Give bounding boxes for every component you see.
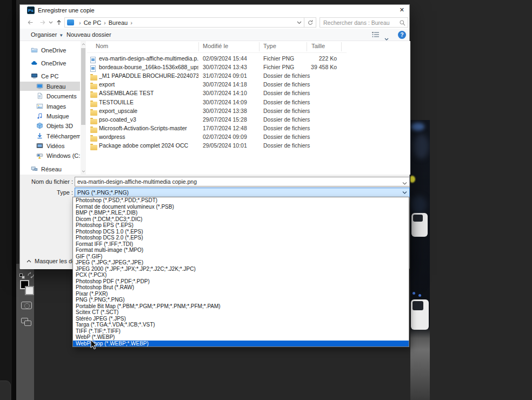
scrollbar-thumb[interactable] xyxy=(81,48,85,125)
file-type: Dossier de fichiers xyxy=(263,108,310,114)
history-chevron-icon[interactable] xyxy=(48,18,54,26)
filetype-label: Type : xyxy=(22,189,73,196)
table-row[interactable]: wordpress02/07/2024 09:09Dossier de fich… xyxy=(87,133,345,142)
file-type-option[interactable]: TIFF (*.TIF;*.TIFF) xyxy=(73,328,409,335)
sidebar-item-objets-3d[interactable]: Objets 3D xyxy=(20,121,80,130)
column-header-name[interactable]: Nom xyxy=(96,43,108,49)
breadcrumb-item-bureau[interactable]: Bureau xyxy=(109,19,128,26)
title-bar[interactable]: Ps Enregistrer une copie ✕ xyxy=(20,5,409,16)
file-type-option[interactable]: Photoshop EPS (*.EPS) xyxy=(73,222,409,229)
sidebar-item-t-l-chargements[interactable]: Téléchargements xyxy=(20,131,80,141)
filename-input[interactable] xyxy=(75,177,410,186)
file-type-option[interactable]: WebP (*.WEBP) xyxy=(73,334,409,341)
file-type-option[interactable]: Targa (*.TGA;*.VDA;*.ICB;*.VST) xyxy=(73,322,409,328)
sidebar-item-onedrive[interactable]: OneDrive xyxy=(20,45,80,55)
file-type-option[interactable]: Photoshop PDF (*.PDF;*.PDP) xyxy=(73,278,409,285)
sidebar-item-r-seau[interactable]: Réseau xyxy=(20,164,80,174)
download-arrow-icon xyxy=(36,132,43,139)
file-modified-date: 31/07/2024 09:01 xyxy=(203,72,247,79)
file-type-option[interactable]: Photoshop (*.PSD;*.PDD;*.PSDT) xyxy=(73,197,409,204)
table-row[interactable]: export_upscale30/07/2024 13:38Dossier de… xyxy=(87,107,345,116)
file-type-option[interactable]: PNG (*.PNG;*.PNG) xyxy=(73,297,409,303)
sidebar-item-images[interactable]: Images xyxy=(20,102,80,111)
file-type-option[interactable]: JPEG 2000 (*.JPF;*.JPX;*.JP2;*.J2C;*.J2K… xyxy=(73,266,409,272)
filetype-chevron-icon[interactable] xyxy=(402,190,407,197)
chevron-down-icon: ▼ xyxy=(59,33,63,38)
file-type-option[interactable]: Photoshop DCS 2.0 (*.EPS) xyxy=(73,235,409,241)
sidebar-item-vid-os[interactable]: Vidéos xyxy=(20,141,80,150)
refresh-button[interactable] xyxy=(304,17,316,28)
table-row[interactable]: TESTOUILLE30/07/2024 14:09Dossier de fic… xyxy=(87,98,345,107)
table-row[interactable]: bordeaux-bourse_166ko-1536x688_upsca...3… xyxy=(87,63,345,72)
file-type-option[interactable]: Photoshop Brut (*.RAW) xyxy=(73,284,409,291)
column-header-type[interactable]: Type xyxy=(263,43,276,49)
view-options-icon[interactable] xyxy=(371,31,380,41)
address-bar[interactable]: › Ce PC › Bureau › xyxy=(64,17,304,28)
default-colors-icon[interactable] xyxy=(19,274,25,279)
file-type-option[interactable]: GIF (*.GIF) xyxy=(73,254,409,260)
column-header-size[interactable]: Taille xyxy=(311,43,325,49)
filetype-combobox[interactable]: PNG (*.PNG;*.PNG) xyxy=(75,188,410,197)
photoshop-app-icon: Ps xyxy=(27,6,35,14)
table-row[interactable]: ASSEMBLAGE TEST30/07/2024 14:10Dossier d… xyxy=(87,89,345,98)
sidebar-item-documents[interactable]: Documents xyxy=(20,91,80,101)
address-dropdown-chevron[interactable] xyxy=(297,19,302,27)
table-row[interactable]: _M1 PAPADDLE BROCHURE-20240731T06...31/0… xyxy=(87,72,345,81)
sidebar-item-ce-pc[interactable]: Ce PC xyxy=(20,71,80,81)
file-type-option[interactable]: Photoshop DCS 1.0 (*.EPS) xyxy=(73,229,409,235)
file-name: export xyxy=(99,81,198,88)
file-type-option[interactable]: Format multi-image (*.MPO) xyxy=(73,247,409,254)
table-row[interactable]: Microsoft-Activation-Scripts-master17/07… xyxy=(87,124,345,133)
swap-colors-icon[interactable] xyxy=(27,271,35,279)
background-color-swatch[interactable] xyxy=(25,286,34,295)
file-type-option[interactable]: PCX (*.PCX) xyxy=(73,272,409,278)
close-button[interactable]: ✕ xyxy=(400,6,404,14)
file-type-option[interactable]: WebPShop (*.WEBP;*.WEBP) xyxy=(73,341,409,347)
search-input[interactable] xyxy=(322,18,397,27)
sidebar-item-label: Images xyxy=(46,103,66,110)
file-type-option[interactable]: JPEG (*.JPG;*.JPEG;*.JPE) xyxy=(73,259,409,266)
sidebar-item-onedrive[interactable]: OneDrive xyxy=(20,58,80,68)
help-button[interactable]: ? xyxy=(398,31,406,39)
onedrive-cloud-icon xyxy=(31,59,38,66)
sidebar-item-windows-c-[interactable]: Windows (C:) xyxy=(20,151,80,160)
forward-button[interactable] xyxy=(38,18,48,26)
file-type-option[interactable]: Stéréo JPEG (*.JPS) xyxy=(73,316,409,322)
up-button[interactable] xyxy=(54,18,64,26)
file-type-option[interactable]: Pixar (*.PXR) xyxy=(73,291,409,297)
table-row[interactable]: Package adobe complet 2024 OCC29/05/2024… xyxy=(87,142,345,150)
file-type-option[interactable]: Portable Bit Map (*.PBM;*.PGM;*.PPM;*.PN… xyxy=(73,303,409,310)
table-row[interactable]: export30/07/2024 14:18Dossier de fichier… xyxy=(87,81,345,89)
file-type-option[interactable]: Dicom (*.DCM;*.DC3;*.DIC) xyxy=(73,216,409,223)
sidebar-item-label: OneDrive xyxy=(41,60,66,66)
scroll-down-icon[interactable] xyxy=(81,169,85,174)
file-modified-date: 02/09/2024 15:44 xyxy=(203,55,247,62)
file-type-option[interactable]: Format IFF (*.IFF;*.TDI) xyxy=(73,241,409,248)
scroll-up-icon[interactable] xyxy=(81,42,85,46)
navigation-bar: › Ce PC › Bureau › xyxy=(20,16,409,29)
table-row[interactable]: pso-coated_v329/07/2024 15:28Dossier de … xyxy=(87,116,345,124)
quick-mask-icon[interactable] xyxy=(21,302,32,309)
sidebar-item-label: Musique xyxy=(46,113,69,119)
back-button[interactable] xyxy=(25,18,35,26)
search-icon[interactable] xyxy=(399,19,406,29)
file-type-option[interactable]: BMP (*.BMP;*.RLE;*.DIB) xyxy=(73,210,409,216)
sidebar-item-bureau[interactable]: Bureau xyxy=(20,82,80,91)
file-modified-date: 30/07/2024 14:18 xyxy=(203,81,247,88)
video-film-icon xyxy=(36,142,43,149)
table-row[interactable]: eva-martin-design-affiche-multimedia.p..… xyxy=(87,55,345,63)
new-folder-button[interactable]: Nouveau dossier xyxy=(66,31,111,38)
screen-mode-icon[interactable] xyxy=(21,318,32,326)
file-name: _M1 PAPADDLE BROCHURE-20240731T06... xyxy=(99,72,198,79)
sidebar-item-label: OneDrive xyxy=(41,47,66,54)
column-header-modified[interactable]: Modifié le xyxy=(203,43,228,49)
window-title: Enregistrer une copie xyxy=(38,7,95,14)
file-type-option[interactable]: Format de document volumineux (*.PSB) xyxy=(73,204,409,210)
breadcrumb-item-ce-pc[interactable]: Ce PC xyxy=(84,19,101,26)
navigation-pane: OneDriveOneDriveCe PCBureauDocumentsImag… xyxy=(20,41,87,175)
organize-button[interactable]: Organiser▼ xyxy=(31,31,63,38)
breadcrumb-separator: › xyxy=(79,19,81,26)
sidebar-scrollbar[interactable] xyxy=(81,41,86,175)
file-type-option[interactable]: Scitex CT (*.SCT) xyxy=(73,309,409,316)
sidebar-item-musique[interactable]: Musique xyxy=(20,111,80,121)
